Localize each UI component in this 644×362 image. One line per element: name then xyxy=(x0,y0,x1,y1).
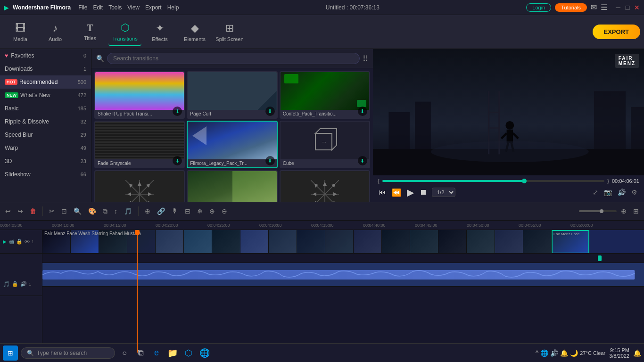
tutorials-button[interactable]: Tutorials xyxy=(555,3,587,12)
toolbar-effects[interactable]: ✦ Effects xyxy=(143,18,176,46)
download-icon-3[interactable]: ⬇ xyxy=(358,107,367,116)
cut-button[interactable]: ✂ xyxy=(47,206,57,217)
message-icon[interactable]: ✉ xyxy=(591,3,597,11)
zoom-thumb[interactable] xyxy=(600,209,603,213)
transition-card-pagecurl[interactable]: Page Curl ⬇ xyxy=(187,71,277,119)
transition-card-shake[interactable]: Shake It Up Pack Transi... ⬇ xyxy=(94,71,185,119)
detach-audio-button[interactable]: ⊟ xyxy=(182,206,193,217)
sidebar-item-whatsnew[interactable]: NEW What's New 472 xyxy=(0,89,91,102)
search-input[interactable] xyxy=(107,53,360,64)
minimize-button[interactable]: ─ xyxy=(615,4,621,11)
network-icon[interactable]: 🌐 xyxy=(540,349,548,357)
lock-icon-1[interactable]: 🔒 xyxy=(16,239,23,245)
sidebar-item-warp[interactable]: Warp 49 xyxy=(0,141,91,155)
progress-thumb[interactable] xyxy=(522,179,527,183)
fullscreen-tl-button[interactable]: ⊞ xyxy=(631,206,641,217)
sidebar-item-3d[interactable]: 3D 23 xyxy=(0,155,91,168)
sidebar-item-speedblur[interactable]: Speed Blur 29 xyxy=(0,128,91,141)
link-button[interactable]: 🔗 xyxy=(155,206,167,217)
taskbar-app1[interactable]: ⬡ xyxy=(182,346,195,360)
menu-file[interactable]: File xyxy=(78,4,87,11)
visibility-icon-1[interactable]: 👁 xyxy=(25,239,30,245)
zoom-out-tl-button[interactable]: ⊖ xyxy=(219,206,230,217)
transition-card-legacy[interactable]: Filmora_Legacy_Pack_Tr... ⬇ xyxy=(187,121,277,168)
login-button[interactable]: Login xyxy=(526,3,551,12)
menu-export[interactable]: Export xyxy=(145,4,162,11)
sidebar-item-favorites[interactable]: ♥ Favorites 0 xyxy=(0,49,91,62)
snapshot-button[interactable]: 📷 xyxy=(602,188,614,197)
toolbar-media[interactable]: 🎞 Media xyxy=(4,18,37,46)
taskbar-edge[interactable]: e xyxy=(150,346,163,360)
sidebar-item-ripple[interactable]: Ripple & Dissolve 32 xyxy=(0,115,91,128)
close-button[interactable]: ✕ xyxy=(634,4,640,11)
toolbar-transitions[interactable]: ⬡ Transitions xyxy=(108,18,141,46)
maximize-button[interactable]: □ xyxy=(624,4,631,11)
marker-button[interactable]: ⊕ xyxy=(142,206,153,217)
sidebar-item-downloads[interactable]: Downloads 1 xyxy=(0,62,91,75)
transition-card-iris1[interactable]: iris ⬇ xyxy=(94,170,185,202)
export-button[interactable]: EXPORT xyxy=(593,25,640,39)
audio-button[interactable]: 🎵 xyxy=(122,206,134,217)
search-clip-button[interactable]: 🔍 xyxy=(71,206,84,217)
chevron-up-icon[interactable]: ^ xyxy=(536,349,539,357)
transition-card-cube[interactable]: → Cube ⬇ xyxy=(280,121,370,168)
zoom-in-tl-button[interactable]: ⊕ xyxy=(207,206,217,217)
menu-bars-icon[interactable]: ☰ xyxy=(601,3,607,12)
settings-button[interactable]: ⚙ xyxy=(629,188,639,197)
toolbar-elements[interactable]: ◆ Elements xyxy=(178,18,211,46)
transition-card-fold[interactable]: fold ⬇ xyxy=(187,170,277,202)
menu-view[interactable]: View xyxy=(127,4,140,11)
taskbar-cortana[interactable]: ○ xyxy=(118,346,131,360)
grid-toggle-icon[interactable]: ⠿ xyxy=(363,54,368,63)
menu-edit[interactable]: Edit xyxy=(93,4,103,11)
volume-icon[interactable]: 🔊 xyxy=(20,281,27,287)
play-button[interactable]: ▶ xyxy=(406,186,415,199)
start-button[interactable]: ⊞ xyxy=(3,346,18,361)
transition-card-confetti[interactable]: Confetti_Pack_Transitio... ⬇ xyxy=(280,71,370,119)
playhead[interactable] xyxy=(137,230,138,353)
notification-bell-icon[interactable]: 🔔 xyxy=(560,349,568,357)
progress-track[interactable] xyxy=(382,180,605,182)
taskbar-search[interactable]: 🔍 Type here to search xyxy=(21,347,115,359)
menu-tools[interactable]: Tools xyxy=(108,4,122,11)
freeze-button[interactable]: ❄ xyxy=(195,206,205,217)
volume-button[interactable]: 🔊 xyxy=(616,188,627,197)
crop-button[interactable]: ⊡ xyxy=(59,206,69,217)
transition-button[interactable]: ⧉ xyxy=(100,206,110,217)
step-back-button[interactable]: ⏪ xyxy=(391,187,402,198)
redo-button[interactable]: ↪ xyxy=(15,206,25,217)
download-icon-6[interactable]: ⬇ xyxy=(358,156,367,165)
download-icon-5[interactable]: ⬇ xyxy=(265,156,275,165)
toolbar-audio[interactable]: ♪ Audio xyxy=(39,18,72,46)
zoom-track[interactable] xyxy=(579,210,617,212)
undo-button[interactable]: ↩ xyxy=(3,206,13,217)
menu-help[interactable]: Help xyxy=(167,4,179,11)
taskbar-taskview[interactable]: ⧉ xyxy=(134,346,147,360)
color-button[interactable]: 🎨 xyxy=(86,206,99,217)
page-select[interactable]: 1/2 xyxy=(432,188,455,197)
confetti-decor2 xyxy=(357,100,366,107)
taskbar-chrome[interactable]: 🌐 xyxy=(198,346,211,360)
fullscreen-button[interactable]: ⤢ xyxy=(591,188,600,197)
sidebar-item-recommended[interactable]: HOT Recommended 500 xyxy=(0,75,91,89)
app-logo-icon: ▶ xyxy=(4,4,9,11)
delete-button[interactable]: 🗑 xyxy=(27,206,39,217)
volume-sys-icon[interactable]: 🔊 xyxy=(550,349,558,357)
sidebar-item-basic[interactable]: Basic 185 xyxy=(0,102,91,115)
download-icon-2[interactable]: ⬇ xyxy=(265,107,275,116)
toolbar-splitscreen[interactable]: ⊞ Split Screen xyxy=(213,18,246,46)
video-track[interactable]: Fair Menz Face Wash Starring Fahad Musta… xyxy=(42,230,644,254)
stop-button[interactable]: ⏹ xyxy=(419,187,428,197)
taskbar-explorer[interactable]: 📁 xyxy=(166,346,179,360)
transition-card-fade[interactable]: Fade Grayscale ⬇ xyxy=(94,121,185,168)
rewind-button[interactable]: ⏮ xyxy=(378,187,387,197)
toolbar-titles[interactable]: T Titles xyxy=(74,18,107,46)
sidebar-item-slideshow[interactable]: Slideshow 66 xyxy=(0,168,91,181)
lock-icon-2[interactable]: 🔒 xyxy=(12,281,18,287)
add-track-button[interactable]: ⊕ xyxy=(619,206,629,217)
transition-card-iris2[interactable]: iris ⬇ xyxy=(280,170,370,202)
notification-center-icon[interactable]: 🔔 xyxy=(633,349,641,357)
audio-track[interactable]: // Inline waveform generation (runs imme… xyxy=(42,263,644,286)
voiceover-button[interactable]: 🎙 xyxy=(169,206,181,217)
trim-button[interactable]: ↕ xyxy=(112,206,120,217)
